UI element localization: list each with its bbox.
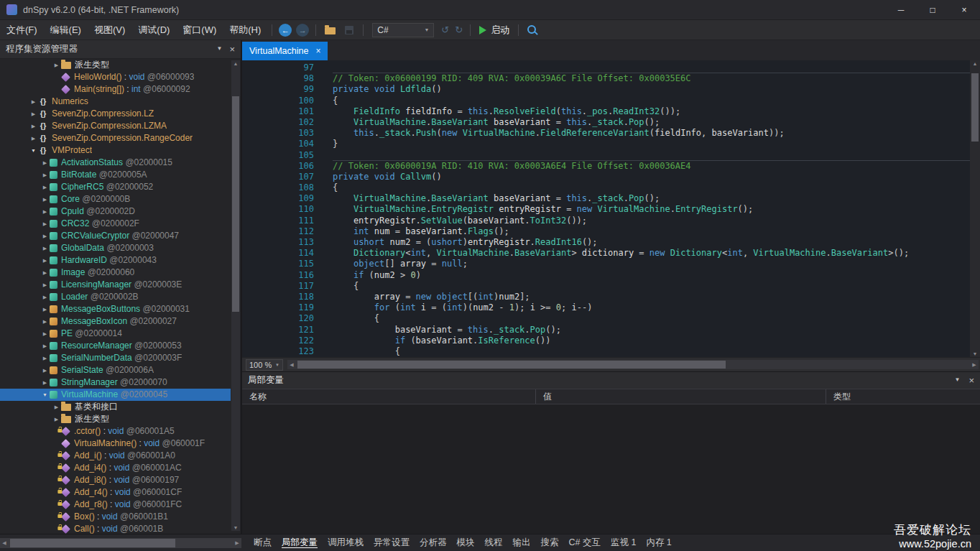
expander-right-icon[interactable]: ▶ <box>29 120 38 132</box>
expander-right-icon[interactable]: ▶ <box>40 315 50 328</box>
expander-right-icon[interactable]: ▶ <box>40 181 50 193</box>
scroll-down-icon[interactable]: ▼ <box>231 525 240 530</box>
expander-right-icon[interactable]: ▶ <box>29 132 38 144</box>
tool-tab-2[interactable]: 调用堆栈 <box>323 534 369 551</box>
assembly-tree[interactable]: ▶派生类型HelloWorld() : void @06000093Main(s… <box>0 59 231 534</box>
tree-item[interactable]: ▶Image @02000060 <box>0 267 231 279</box>
expander-right-icon[interactable]: ▶ <box>52 59 61 71</box>
maximize-button[interactable]: □ <box>917 0 948 19</box>
locals-col-name[interactable]: 名称 <box>242 389 536 404</box>
locals-col-value[interactable]: 值 <box>536 389 826 404</box>
panel-close-icon[interactable]: × <box>969 375 974 386</box>
tree-item[interactable]: .cctor() : void @060001A5 <box>0 425 231 437</box>
scroll-left-icon[interactable]: ◀ <box>287 360 296 369</box>
tree-vertical-scrollbar[interactable]: ▲ ▼ <box>231 60 240 531</box>
tree-item[interactable]: ▶Core @0200000B <box>0 193 231 205</box>
tool-tab-3[interactable]: 异常设置 <box>369 534 415 551</box>
tool-tab-10[interactable]: 监视 1 <box>606 534 641 551</box>
navigate-forward-button[interactable]: → <box>296 24 309 37</box>
close-button[interactable]: × <box>948 0 980 19</box>
tree-item[interactable]: ▶{}SevenZip.Compression.LZ <box>0 108 231 120</box>
expander-right-icon[interactable]: ▶ <box>40 230 50 242</box>
expander-right-icon[interactable]: ▶ <box>40 169 50 181</box>
tree-item[interactable]: ▶StringManager @02000070 <box>0 376 231 389</box>
language-select[interactable]: C# ▼ <box>372 23 434 37</box>
tree-item[interactable]: ▶派生类型 <box>0 413 231 425</box>
expander-right-icon[interactable]: ▶ <box>40 157 50 169</box>
tree-item[interactable]: ▶LicensingManager @0200003E <box>0 279 231 291</box>
tree-item[interactable]: ▶ActivationStatus @02000015 <box>0 157 231 169</box>
expander-right-icon[interactable]: ▶ <box>40 352 50 364</box>
tree-horizontal-scrollbar[interactable]: ◀ ▶ <box>0 538 241 548</box>
scroll-left-icon[interactable]: ◀ <box>0 538 9 548</box>
tree-item[interactable]: VirtualMachine() : void @060001F <box>0 437 231 450</box>
expander-right-icon[interactable]: ▶ <box>40 364 50 376</box>
scrollbar-thumb[interactable] <box>297 361 726 369</box>
tree-item[interactable]: ▶{}Numerics <box>0 96 231 108</box>
tree-item[interactable]: Add_i() : void @060001A0 <box>0 450 231 462</box>
undo-button[interactable]: ↺ <box>441 24 449 35</box>
expander-right-icon[interactable]: ▶ <box>40 328 50 340</box>
scrollbar-thumb[interactable] <box>232 96 239 312</box>
scrollbar-thumb[interactable] <box>10 539 175 547</box>
expander-right-icon[interactable]: ▶ <box>40 340 50 352</box>
tree-item[interactable]: Box() : void @060001B1 <box>0 511 231 523</box>
tool-tab-7[interactable]: 输出 <box>508 534 536 551</box>
panel-close-icon[interactable]: × <box>229 44 235 55</box>
tree-item[interactable]: ▶MessageBoxButtons @02000031 <box>0 303 231 315</box>
tool-tab-6[interactable]: 线程 <box>480 534 508 551</box>
tree-item[interactable]: ▶CipherRC5 @02000052 <box>0 181 231 193</box>
editor-horizontal-scrollbar[interactable]: ◀ ▶ <box>287 360 979 369</box>
open-file-button[interactable] <box>325 27 336 34</box>
code-editor[interactable]: 9798991001011021031041051061071081091101… <box>242 60 980 357</box>
expander-right-icon[interactable]: ▶ <box>52 401 61 413</box>
editor-vertical-scrollbar[interactable]: ▲ ▼ <box>970 60 980 357</box>
expander-right-icon[interactable]: ▶ <box>29 96 38 108</box>
menu-item[interactable]: 视图(V) <box>88 20 131 40</box>
zoom-select[interactable]: 100 % ▼ <box>246 359 283 371</box>
expander-down-icon[interactable]: ▼ <box>29 144 38 157</box>
tree-item[interactable]: ▶CRC32 @0200002F <box>0 218 231 230</box>
tree-item[interactable]: ▶PE @02000014 <box>0 328 231 340</box>
tool-tab-0[interactable]: 断点 <box>249 534 277 551</box>
tree-item[interactable]: Add_r4() : void @060001CF <box>0 486 231 499</box>
scroll-right-icon[interactable]: ▶ <box>970 360 979 369</box>
expander-right-icon[interactable]: ▶ <box>40 303 50 315</box>
expander-right-icon[interactable]: ▶ <box>40 242 50 254</box>
menu-item[interactable]: 帮助(H) <box>223 20 267 40</box>
tab-virtualmachine[interactable]: VirtualMachine × <box>242 42 328 60</box>
tree-item[interactable]: Add_i4() : void @060001AC <box>0 462 231 474</box>
code-area[interactable]: // Token: 0x06000199 RID: 409 RVA: 0x000… <box>325 60 980 357</box>
tree-item[interactable]: ▶派生类型 <box>0 59 231 71</box>
scrollbar-thumb[interactable] <box>971 73 979 142</box>
tree-item[interactable]: ▶CRCValueCryptor @02000047 <box>0 230 231 242</box>
tree-item[interactable]: ▶ResourceManager @02000053 <box>0 340 231 352</box>
save-button[interactable] <box>345 26 353 34</box>
tree-item[interactable]: ▶SerialNumberData @0200003F <box>0 352 231 364</box>
expander-right-icon[interactable]: ▶ <box>40 218 50 230</box>
locals-table-body[interactable] <box>242 404 980 534</box>
tree-item[interactable]: ▶CpuId @0200002D <box>0 205 231 218</box>
tree-item[interactable]: ▼{}VMProtect <box>0 144 231 157</box>
expander-right-icon[interactable]: ▶ <box>40 376 50 389</box>
menu-item[interactable]: 调试(D) <box>131 20 176 40</box>
scroll-up-icon[interactable]: ▲ <box>231 61 240 66</box>
tree-item[interactable]: ▶{}SevenZip.Compression.RangeCoder <box>0 132 231 144</box>
panel-menu-icon[interactable]: ▼ <box>216 44 222 55</box>
tree-item[interactable]: HelloWorld() : void @06000093 <box>0 71 231 83</box>
menu-item[interactable]: 编辑(E) <box>44 20 88 40</box>
tool-tab-5[interactable]: 模块 <box>452 534 480 551</box>
tree-item[interactable]: ▶Loader @0200002B <box>0 291 231 303</box>
tool-tab-8[interactable]: 搜索 <box>536 534 564 551</box>
expander-down-icon[interactable]: ▼ <box>40 389 50 401</box>
expander-right-icon[interactable]: ▶ <box>52 413 61 425</box>
expander-right-icon[interactable]: ▶ <box>40 267 50 279</box>
expander-right-icon[interactable]: ▶ <box>40 193 50 205</box>
menu-item[interactable]: 窗口(W) <box>176 20 223 40</box>
scroll-right-icon[interactable]: ▶ <box>233 538 241 548</box>
tree-item[interactable]: ▶基类和接口 <box>0 401 231 413</box>
tree-item[interactable]: Add_i8() : void @06000197 <box>0 474 231 486</box>
redo-button[interactable]: ↻ <box>455 24 463 35</box>
tree-item[interactable]: Add_r8() : void @060001FC <box>0 499 231 511</box>
tree-item[interactable]: ▼VirtualMachine @02000045 <box>0 389 231 401</box>
